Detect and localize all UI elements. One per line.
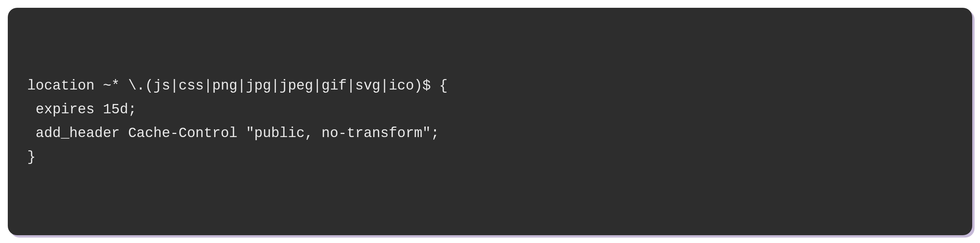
code-line-2: expires 15d; xyxy=(27,98,953,122)
code-line-1: location ~* \.(js|css|png|jpg|jpeg|gif|s… xyxy=(27,74,953,98)
code-line-4: } xyxy=(27,145,953,169)
code-block: location ~* \.(js|css|png|jpg|jpeg|gif|s… xyxy=(8,8,972,235)
code-line-3: add_header Cache-Control "public, no-tra… xyxy=(27,122,953,145)
